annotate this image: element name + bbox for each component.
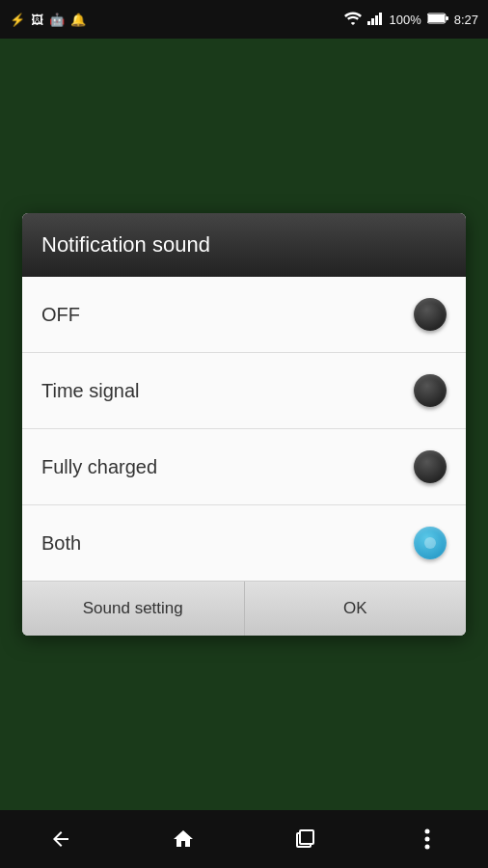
dialog-footer: Sound setting OK <box>22 581 466 636</box>
nav-bar <box>0 810 488 868</box>
svg-rect-2 <box>375 15 378 25</box>
ok-button[interactable]: OK <box>245 582 467 636</box>
svg-rect-0 <box>367 21 370 25</box>
option-fully-charged[interactable]: Fully charged <box>22 429 466 505</box>
option-time-signal[interactable]: Time signal <box>22 353 466 429</box>
battery-icon <box>427 13 448 27</box>
option-off-radio[interactable] <box>414 298 447 331</box>
status-bar-left: ⚡ 🖼 🤖 🔔 <box>10 13 86 27</box>
option-time-signal-radio[interactable] <box>414 374 447 407</box>
option-both[interactable]: Both <box>22 505 466 581</box>
time-display: 8:27 <box>454 13 478 27</box>
svg-point-11 <box>424 845 429 850</box>
option-both-label: Both <box>41 532 81 555</box>
svg-point-9 <box>424 829 429 834</box>
svg-rect-6 <box>446 16 448 20</box>
back-button[interactable] <box>32 810 90 868</box>
signal-icon <box>367 12 383 28</box>
status-bar: ⚡ 🖼 🤖 🔔 100% <box>0 0 488 39</box>
option-off[interactable]: OFF <box>22 277 466 353</box>
status-bar-right: 100% 8:27 <box>344 12 478 28</box>
wifi-icon <box>344 12 362 28</box>
battery-percent: 100% <box>389 13 420 27</box>
notification-icon: 🔔 <box>70 13 86 27</box>
android-icon: 🤖 <box>49 13 65 27</box>
svg-rect-3 <box>379 13 382 25</box>
svg-rect-8 <box>300 830 313 844</box>
option-both-radio[interactable] <box>414 527 447 559</box>
dialog-overlay: Notification sound OFF Time signal Fully… <box>0 39 488 810</box>
dialog-title: Notification sound <box>22 213 466 277</box>
dialog-body: OFF Time signal Fully charged Both <box>22 277 466 581</box>
home-button[interactable] <box>154 810 212 868</box>
svg-rect-5 <box>428 14 445 22</box>
option-fully-charged-radio[interactable] <box>414 450 447 483</box>
usb-icon: ⚡ <box>10 13 25 27</box>
svg-point-10 <box>424 837 429 842</box>
option-time-signal-label: Time signal <box>41 380 140 402</box>
option-off-label: OFF <box>41 304 80 326</box>
svg-rect-1 <box>371 18 374 25</box>
more-options-button[interactable] <box>398 810 456 868</box>
photo-icon: 🖼 <box>31 13 43 27</box>
recents-button[interactable] <box>276 810 334 868</box>
notification-sound-dialog: Notification sound OFF Time signal Fully… <box>22 213 466 636</box>
sound-setting-button[interactable]: Sound setting <box>22 582 245 636</box>
option-fully-charged-label: Fully charged <box>41 456 157 478</box>
